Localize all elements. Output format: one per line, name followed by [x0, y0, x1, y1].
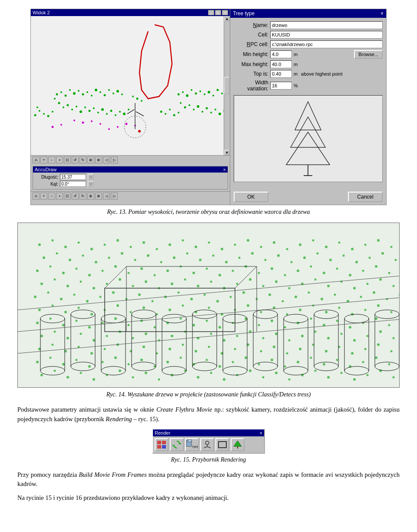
- minimize-btn[interactable]: _: [208, 10, 214, 15]
- tb-btn-8[interactable]: ⊕: [87, 156, 94, 163]
- tb2-btn-8[interactable]: ⊕: [87, 193, 94, 200]
- render-btn-grid[interactable]: [155, 438, 169, 451]
- svg-point-135: [238, 257, 241, 259]
- svg-point-64: [218, 113, 221, 115]
- render-btn-tiff[interactable]: TIFF: [185, 438, 199, 451]
- render-btn-camera[interactable]: [200, 438, 214, 451]
- accudraw-lock-kat[interactable]: □: [88, 181, 94, 187]
- render-btn-tree[interactable]: [231, 438, 245, 451]
- tb2-btn-2[interactable]: +: [40, 193, 47, 200]
- render-btn-refresh[interactable]: [170, 438, 184, 451]
- rpc-row: RPC cell:: [234, 40, 383, 48]
- tb-btn-1[interactable]: A: [33, 156, 40, 163]
- svg-point-115: [351, 248, 354, 250]
- svg-point-95: [90, 248, 93, 250]
- tb2-btn-1[interactable]: A: [33, 193, 40, 200]
- svg-point-211: [86, 300, 89, 303]
- tb2-btn-3[interactable]: −: [48, 193, 55, 200]
- svg-point-302: [145, 332, 147, 335]
- width-row: Width variation: %: [234, 80, 383, 92]
- tb-btn-5[interactable]: ⊡: [64, 156, 71, 163]
- svg-point-12: [99, 91, 101, 93]
- tiff-icon: TIFF: [186, 439, 198, 450]
- svg-point-120: [43, 256, 45, 259]
- svg-point-191: [210, 281, 212, 283]
- tb-btn-2[interactable]: +: [40, 156, 47, 163]
- svg-point-45: [182, 91, 184, 93]
- tb-btn-7[interactable]: ↻: [79, 156, 86, 163]
- svg-point-258: [325, 311, 328, 313]
- tb2-btn-10[interactable]: ◁: [103, 193, 110, 200]
- rpc-label: RPC cell:: [234, 41, 268, 47]
- svg-point-27: [97, 112, 99, 113]
- ok-button[interactable]: OK: [234, 192, 268, 202]
- tb-btn-6[interactable]: ↺: [72, 156, 79, 163]
- svg-point-104: [208, 242, 210, 244]
- top-input[interactable]: [270, 70, 292, 78]
- svg-point-91: [38, 243, 41, 246]
- svg-point-197: [288, 287, 291, 289]
- para2: Przy pomocy narzędzia Build Movie From F…: [17, 470, 400, 489]
- rect-icon: [218, 440, 227, 449]
- render-btn-rect[interactable]: [215, 438, 229, 451]
- svg-point-316: [327, 337, 330, 339]
- maximize-btn[interactable]: □: [215, 10, 221, 15]
- cell-input[interactable]: [270, 31, 383, 39]
- svg-point-359: [128, 363, 130, 366]
- tb-btn-10[interactable]: ◁: [103, 156, 110, 163]
- svg-point-387: [119, 369, 121, 372]
- max-unit-label: m: [294, 62, 298, 67]
- tb2-btn-5[interactable]: ⊡: [64, 193, 71, 200]
- render-close-icon[interactable]: ×: [260, 430, 262, 436]
- svg-point-180: [66, 285, 69, 287]
- tb2-btn-11[interactable]: ▷: [111, 193, 118, 200]
- scroll-up[interactable]: ▲: [224, 16, 229, 21]
- tb2-btn-9[interactable]: ⊗: [95, 193, 102, 200]
- svg-rect-470: [162, 445, 166, 449]
- para1-start: Podstawowe parametry animacji ustawia si…: [17, 406, 156, 413]
- svg-point-274: [154, 326, 156, 329]
- svg-point-320: [379, 330, 382, 333]
- rpc-input[interactable]: [270, 40, 383, 48]
- name-input[interactable]: [270, 21, 383, 29]
- svg-point-100: [156, 248, 158, 250]
- tb2-btn-4[interactable]: ▪: [56, 193, 63, 200]
- svg-point-77: [117, 126, 119, 128]
- min-height-input[interactable]: [270, 50, 292, 58]
- svg-point-317: [341, 333, 343, 335]
- accudraw-lock-dlugos[interactable]: □: [88, 174, 94, 180]
- svg-point-338: [234, 348, 236, 350]
- tb-btn-11[interactable]: ▷: [111, 156, 118, 163]
- accudraw-dlugos-input[interactable]: [60, 174, 86, 180]
- accudraw-close[interactable]: ×: [223, 167, 225, 172]
- svg-point-200: [327, 285, 330, 287]
- svg-point-404: [341, 372, 343, 374]
- svg-point-57: [189, 104, 190, 106]
- accudraw-kat-label: Kąt:: [34, 182, 58, 186]
- svg-point-243: [130, 311, 132, 313]
- max-height-input[interactable]: [270, 60, 292, 68]
- tb-btn-9[interactable]: ⊗: [95, 156, 102, 163]
- tb-btn-4[interactable]: ▪: [56, 156, 63, 163]
- dialog-close-icon[interactable]: ×: [381, 10, 384, 17]
- close-btn[interactable]: ×: [222, 10, 228, 15]
- cancel-button[interactable]: Cancel: [348, 192, 383, 202]
- tb-btn-3[interactable]: −: [48, 156, 55, 163]
- svg-point-367: [232, 361, 234, 363]
- accudraw-kat-input[interactable]: [60, 181, 86, 187]
- tb2-btn-6[interactable]: ↺: [72, 193, 79, 200]
- para1: Podstawowe parametry animacji ustawia si…: [17, 405, 400, 424]
- svg-point-6: [73, 92, 76, 95]
- svg-point-9: [86, 91, 88, 93]
- tb2-btn-7[interactable]: ↻: [79, 193, 86, 200]
- svg-point-247: [182, 305, 184, 307]
- svg-point-159: [166, 269, 169, 272]
- red-marker: [138, 130, 141, 133]
- browse-button[interactable]: Browse...: [354, 50, 383, 59]
- width-input[interactable]: [270, 82, 292, 90]
- svg-point-8: [82, 93, 84, 96]
- svg-point-178: [40, 283, 43, 285]
- scroll-down[interactable]: ▼: [224, 150, 229, 155]
- svg-point-32: [119, 111, 121, 113]
- scrollbar-v[interactable]: ▲ ▼: [224, 16, 230, 155]
